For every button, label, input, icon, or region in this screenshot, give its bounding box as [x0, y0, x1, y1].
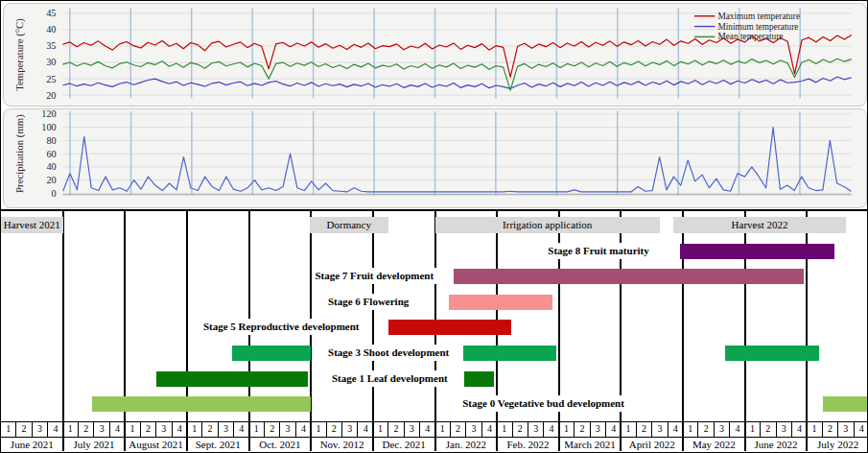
stage-bar: [680, 244, 835, 259]
week-number: 3: [156, 422, 172, 437]
stage-bar: [156, 371, 308, 387]
phenology-climate-figure: 454035302520Temperature (°C)Maximum temp…: [0, 0, 868, 453]
week-number: 4: [544, 422, 558, 437]
week-number: 4: [730, 422, 744, 437]
week-number: 1: [683, 422, 698, 437]
y-tick-label: 120: [41, 109, 56, 119]
week-number: 1: [745, 422, 761, 437]
week-number: 3: [838, 422, 854, 437]
temperature-chart-panel: 454035302520Temperature (°C)Maximum temp…: [3, 3, 867, 107]
week-number: 4: [669, 422, 683, 437]
month-label: July 2022: [807, 438, 868, 452]
week-number: 2: [575, 422, 590, 437]
temperature-chart: 454035302520Temperature (°C)Maximum temp…: [4, 4, 866, 106]
week-number: 3: [342, 422, 358, 437]
week-number: 2: [202, 422, 218, 437]
week-number: 3: [33, 422, 48, 437]
legend-label: Minimum temperature: [717, 22, 798, 32]
week-number: 4: [358, 422, 372, 437]
week-number: 4: [296, 422, 311, 437]
precipitation-chart: 120100806040200Precipitation (mm): [4, 109, 866, 207]
month-label: March 2021: [559, 438, 622, 452]
week-number: 2: [513, 422, 528, 437]
y-axis-title: Precipitation (mm): [13, 114, 26, 193]
month-label: June 2022: [745, 438, 808, 452]
legend-label: Maximum temperature: [717, 12, 800, 21]
week-number: 2: [16, 422, 32, 437]
week-group: 1234: [621, 422, 683, 437]
week-number: 4: [48, 422, 62, 437]
week-number: 2: [637, 422, 652, 437]
activity-band: Harvest 2022: [673, 217, 845, 233]
week-number: 3: [405, 422, 420, 437]
week-number: 1: [187, 422, 202, 437]
week-number: 1: [434, 422, 450, 437]
stage-bar: [463, 346, 556, 361]
week-group: 1234: [187, 422, 249, 437]
stage-bar: [449, 295, 552, 310]
stage-label: Stage 5 Reproductive development: [200, 319, 363, 335]
month-boundary-line: [372, 211, 374, 451]
month-label: Oct. 2021: [249, 438, 312, 452]
week-group: 1234: [63, 422, 126, 437]
month-label: August 2021: [125, 438, 187, 452]
week-number: 2: [388, 422, 404, 437]
stage-bar: [92, 396, 311, 412]
y-tick-label: 100: [41, 122, 56, 132]
stage-bar: [454, 269, 804, 284]
week-group: 1234: [249, 422, 312, 437]
month-boundary-line: [62, 211, 64, 451]
week-group: 1234: [311, 422, 373, 437]
y-tick-label: 25: [46, 74, 56, 84]
week-number: 3: [466, 422, 481, 437]
activity-band: Dormancy: [310, 217, 388, 233]
week-number: 4: [792, 422, 807, 437]
week-number: 3: [777, 422, 792, 437]
y-tick-label: 40: [46, 161, 56, 172]
month-label: Nov. 2012: [311, 438, 373, 452]
week-number: 1: [125, 422, 140, 437]
week-number: 3: [652, 422, 668, 437]
month-label: July 2021: [63, 438, 126, 452]
week-number: 1: [1, 422, 16, 437]
week-number: 3: [94, 422, 109, 437]
month-label: Jan. 2022: [434, 438, 497, 452]
month-label: Feb. 2022: [497, 438, 559, 452]
week-number: 4: [855, 422, 868, 437]
week-number: 3: [219, 422, 234, 437]
y-tick-label: 35: [46, 40, 56, 51]
month-label: May 2022: [683, 438, 745, 452]
week-number: 2: [79, 422, 94, 437]
week-group: 1234: [1, 422, 63, 437]
activity-band: Harvest 2021: [1, 217, 63, 233]
week-number: 2: [327, 422, 342, 437]
week-number: 1: [311, 422, 326, 437]
week-number: 4: [606, 422, 621, 437]
week-group: 1234: [559, 422, 622, 437]
week-number: 2: [698, 422, 714, 437]
week-number: 1: [497, 422, 512, 437]
week-number: 4: [173, 422, 187, 437]
week-group: 1234: [683, 422, 745, 437]
week-number: 1: [63, 422, 79, 437]
stage-label: Stage 6 Flowering: [325, 294, 411, 310]
stage-label: Stage 3 Shoot development: [325, 345, 452, 361]
stage-label: Stage 7 Fruit development: [312, 268, 436, 284]
week-number: 4: [420, 422, 434, 437]
month-label: April 2022: [621, 438, 683, 452]
activity-band: Irrigation application: [435, 217, 660, 233]
week-number: 1: [559, 422, 575, 437]
week-group: 1234: [745, 422, 808, 437]
week-number: 1: [373, 422, 388, 437]
week-group: 1234: [373, 422, 435, 437]
week-number: 3: [591, 422, 606, 437]
month-label: June 2021: [1, 438, 63, 452]
week-number: 4: [482, 422, 497, 437]
week-number: 1: [807, 422, 822, 437]
stage-bar: [823, 396, 868, 412]
week-number: 2: [265, 422, 280, 437]
y-tick-label: 30: [46, 57, 56, 67]
week-number: 2: [761, 422, 776, 437]
stage-label: Stage 8 Fruit maturity: [545, 243, 651, 259]
week-number: 1: [621, 422, 636, 437]
